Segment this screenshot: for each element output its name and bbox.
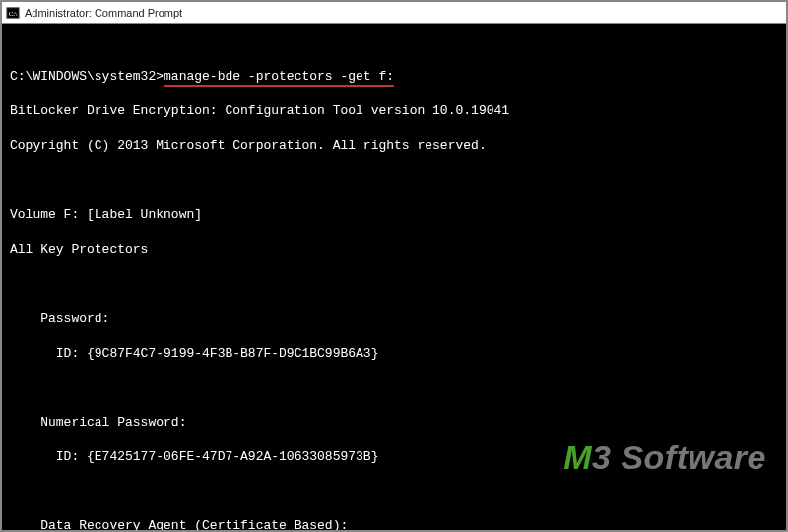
output-line: BitLocker Drive Encryption: Configuratio… bbox=[10, 102, 778, 120]
command-prompt-window: C:\ Administrator: Command Prompt C:\WIN… bbox=[0, 0, 788, 532]
blank-line bbox=[10, 379, 778, 397]
output-line: Password: bbox=[10, 310, 778, 328]
output-line: Data Recovery Agent (Certificate Based): bbox=[10, 517, 778, 530]
output-line: Numerical Password: bbox=[10, 414, 778, 432]
blank-line bbox=[10, 171, 778, 189]
titlebar[interactable]: C:\ Administrator: Command Prompt bbox=[2, 2, 786, 24]
window-title: Administrator: Command Prompt bbox=[25, 7, 182, 19]
blank-line bbox=[10, 483, 778, 500]
prompt-line-1: C:\WINDOWS\system32>manage-bde -protecto… bbox=[10, 68, 778, 86]
output-line: ID: {E7425177-06FE-47D7-A92A-10633085973… bbox=[10, 448, 778, 466]
svg-text:C:\: C:\ bbox=[9, 9, 18, 17]
prompt-path: C:\WINDOWS\system32> bbox=[10, 69, 164, 84]
blank-line bbox=[10, 276, 778, 294]
output-line: Copyright (C) 2013 Microsoft Corporation… bbox=[10, 137, 778, 155]
console-area[interactable]: C:\WINDOWS\system32>manage-bde -protecto… bbox=[2, 24, 786, 530]
cmd-icon: C:\ bbox=[6, 6, 20, 20]
output-line: Volume F: [Label Unknown] bbox=[10, 206, 778, 224]
output-line: All Key Protectors bbox=[10, 241, 778, 259]
command-1: manage-bde -protectors -get f: bbox=[164, 69, 394, 87]
output-line: ID: {9C87F4C7-9199-4F3B-B87F-D9C1BC99B6A… bbox=[10, 345, 778, 363]
